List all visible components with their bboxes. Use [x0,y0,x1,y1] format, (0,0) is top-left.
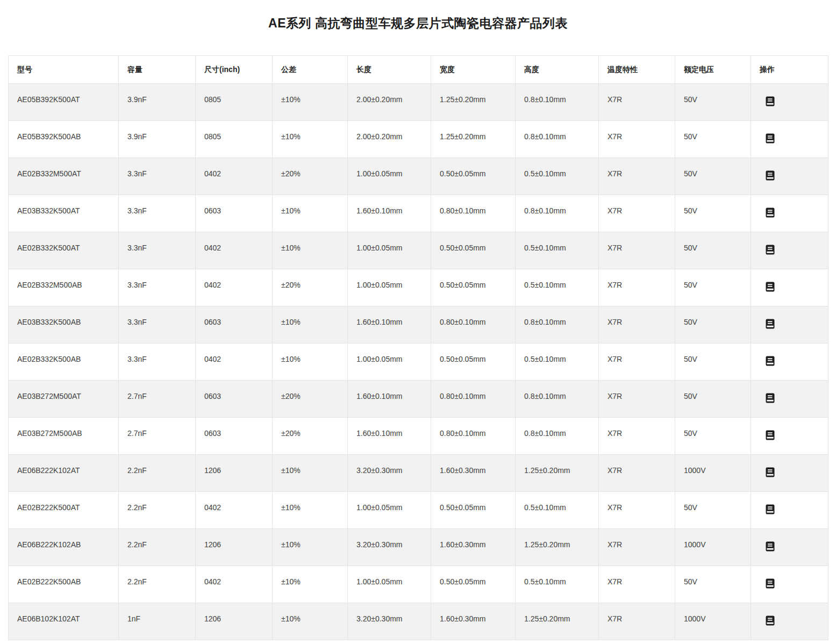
cell-capacity: 3.3nF [119,306,196,344]
cell-capacity: 1nF [119,603,196,640]
cell-action [751,306,828,344]
document-icon [766,285,775,294]
cell-tolerance: ±10% [273,566,348,603]
cell-length: 2.00±0.20mm [348,121,431,158]
cell-height: 0.5±0.10mm [516,492,599,529]
cell-temp: X7R [599,529,675,566]
cell-width: 0.50±0.05mm [431,158,516,195]
cell-action [751,603,828,640]
cell-size: 1206 [196,455,273,492]
document-icon [766,508,775,516]
cell-temp: X7R [599,306,675,344]
document-icon [766,100,775,108]
cell-action [751,84,828,121]
cell-model: AE06B102K102AT [9,603,119,640]
table-row: AE03B332K500AT3.3nF0603±10%1.60±0.10mm0.… [9,195,828,232]
cell-model: AE02B222K500AB [9,566,119,603]
table-row: AE06B102K102AT1nF1206±10%3.20±0.30mm1.60… [9,603,828,640]
cell-capacity: 3.3nF [119,232,196,269]
column-header-temp: 温度特性 [599,56,675,84]
column-header-voltage: 额定电压 [675,56,751,84]
cell-length: 1.00±0.05mm [348,492,431,529]
document-icon [766,360,775,368]
table-row: AE05B392K500AT3.9nF0805±10%2.00±0.20mm1.… [9,84,828,121]
document-icon [766,434,775,442]
cell-temp: X7R [599,418,675,455]
column-header-width: 宽度 [431,56,516,84]
cell-voltage: 50V [675,381,751,418]
table-row: AE02B332M500AB3.3nF0402±20%1.00±0.05mm0.… [9,269,828,306]
column-header-size: 尺寸(inch) [196,56,273,84]
cell-tolerance: ±10% [273,121,348,158]
cell-tolerance: ±10% [273,529,348,566]
cell-width: 0.80±0.10mm [431,418,516,455]
cell-capacity: 3.3nF [119,269,196,306]
cell-temp: X7R [599,195,675,232]
cell-temp: X7R [599,158,675,195]
view-detail-button[interactable] [766,96,775,106]
view-detail-button[interactable] [766,319,775,329]
cell-length: 3.20±0.30mm [348,455,431,492]
cell-tolerance: ±20% [273,158,348,195]
view-detail-button[interactable] [766,133,775,144]
cell-length: 2.00±0.20mm [348,84,431,121]
cell-height: 0.8±0.10mm [516,381,599,418]
cell-length: 1.60±0.10mm [348,195,431,232]
document-icon [766,248,775,256]
column-header-height: 高度 [516,56,599,84]
view-detail-button[interactable] [766,541,775,552]
view-detail-button[interactable] [766,467,775,477]
view-detail-button[interactable] [766,245,775,255]
cell-action [751,232,828,269]
cell-action [751,269,828,306]
cell-tolerance: ±10% [273,455,348,492]
view-detail-button[interactable] [766,616,775,626]
cell-length: 1.60±0.10mm [348,306,431,344]
column-header-tolerance: 公差 [273,56,348,84]
cell-tolerance: ±10% [273,344,348,381]
cell-height: 0.8±0.10mm [516,84,599,121]
cell-size: 0603 [196,195,273,232]
view-detail-button[interactable] [766,356,775,366]
cell-model: AE03B272M500AB [9,418,119,455]
cell-width: 0.50±0.05mm [431,492,516,529]
cell-size: 0402 [196,344,273,381]
cell-height: 0.8±0.10mm [516,121,599,158]
cell-voltage: 1000V [675,455,751,492]
view-detail-button[interactable] [766,170,775,181]
table-row: AE02B332M500AT3.3nF0402±20%1.00±0.05mm0.… [9,158,828,195]
cell-size: 0402 [196,566,273,603]
view-detail-button[interactable] [766,207,775,218]
cell-length: 1.00±0.05mm [348,269,431,306]
cell-action [751,121,828,158]
cell-height: 0.5±0.10mm [516,232,599,269]
cell-height: 1.25±0.20mm [516,455,599,492]
table-body: AE05B392K500AT3.9nF0805±10%2.00±0.20mm1.… [9,84,828,640]
cell-model: AE05B392K500AB [9,121,119,158]
cell-width: 0.50±0.05mm [431,344,516,381]
cell-width: 1.25±0.20mm [431,121,516,158]
cell-model: AE03B332K500AB [9,306,119,344]
cell-action [751,381,828,418]
cell-capacity: 2.2nF [119,566,196,603]
cell-temp: X7R [599,381,675,418]
table-row: AE03B272M500AB2.7nF0603±20%1.60±0.10mm0.… [9,418,828,455]
cell-height: 0.8±0.10mm [516,306,599,344]
cell-size: 0603 [196,381,273,418]
view-detail-button[interactable] [766,578,775,589]
view-detail-button[interactable] [766,393,775,403]
cell-height: 0.5±0.10mm [516,269,599,306]
view-detail-button[interactable] [766,282,775,292]
cell-temp: X7R [599,566,675,603]
cell-width: 0.80±0.10mm [431,306,516,344]
table-row: AE03B272M500AT2.7nF0603±20%1.60±0.10mm0.… [9,381,828,418]
cell-size: 0603 [196,418,273,455]
view-detail-button[interactable] [766,430,775,440]
document-icon [766,471,775,479]
cell-length: 3.20±0.30mm [348,529,431,566]
cell-voltage: 50V [675,269,751,306]
cell-temp: X7R [599,232,675,269]
cell-width: 0.80±0.10mm [431,381,516,418]
view-detail-button[interactable] [766,504,775,514]
cell-tolerance: ±10% [273,232,348,269]
